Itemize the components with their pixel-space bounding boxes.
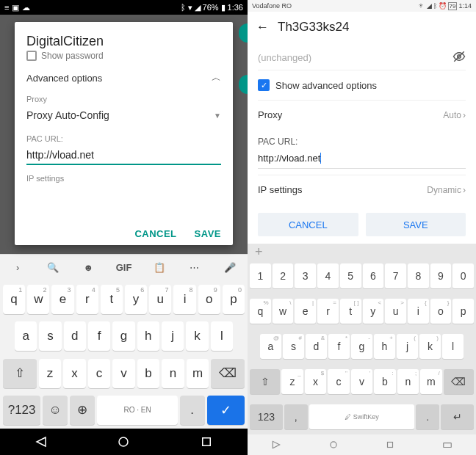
key-e[interactable]: e3 xyxy=(51,285,73,314)
key-.[interactable]: . xyxy=(180,396,205,425)
key-y[interactable]: y6 xyxy=(125,285,147,314)
key-w[interactable]: w\ xyxy=(273,299,294,324)
key-e[interactable]: e| xyxy=(295,299,316,324)
key-l[interactable]: l xyxy=(211,321,233,351)
key-g[interactable]: g- xyxy=(351,334,372,359)
eye-off-icon[interactable] xyxy=(452,50,466,65)
key-z[interactable]: z xyxy=(39,359,62,388)
key-3[interactable]: 3 xyxy=(295,263,316,288)
key-r[interactable]: r4 xyxy=(76,285,98,314)
proxy-select[interactable]: Proxy Auto-Config ▼ xyxy=(26,109,221,121)
key-s[interactable]: s xyxy=(39,321,61,351)
nav-keyboard-icon[interactable] xyxy=(442,440,452,450)
search-icon[interactable]: 🔍 xyxy=(35,262,71,273)
key-⊕[interactable]: ⊕ xyxy=(70,396,95,425)
key-v[interactable]: v xyxy=(112,359,135,388)
key-123[interactable]: 123 xyxy=(250,404,283,429)
gif-button[interactable]: GIF xyxy=(106,262,141,273)
key-h[interactable]: h+ xyxy=(374,334,395,359)
nav-home-icon[interactable] xyxy=(328,440,339,450)
key-o[interactable]: o} xyxy=(430,299,452,324)
clipboard-icon[interactable]: 📋 xyxy=(142,262,177,273)
key-v[interactable]: v' xyxy=(351,369,372,394)
key-m[interactable]: m/ xyxy=(420,369,441,394)
pac-url-input[interactable] xyxy=(26,146,221,165)
kb-expand-icon[interactable]: + xyxy=(248,244,476,260)
key-i[interactable]: i{ xyxy=(408,299,429,324)
show-password-row[interactable]: Show password xyxy=(26,51,221,61)
cancel-button[interactable]: CANCEL xyxy=(134,228,176,239)
key-⇧[interactable]: ⇧ xyxy=(250,369,280,394)
advanced-options-row[interactable]: Advanced options ︿ xyxy=(26,71,221,84)
key-b[interactable]: b: xyxy=(374,369,395,394)
key-f[interactable]: f* xyxy=(328,334,350,359)
key-m[interactable]: m xyxy=(187,359,209,388)
key-⌫[interactable]: ⌫ xyxy=(444,369,474,394)
key-n[interactable]: n xyxy=(162,359,184,388)
nav-recent-icon[interactable] xyxy=(200,435,213,448)
key-h[interactable]: h xyxy=(137,321,159,351)
key-n[interactable]: n; xyxy=(397,369,419,394)
key-↵[interactable]: ↵ xyxy=(441,404,474,429)
keyboard-gboard[interactable]: › 🔍 ☻ GIF 📋 ⋯ 🎤 q1w2e3r4t5y6u7i8o9p0asdf… xyxy=(0,254,248,429)
key-o[interactable]: o9 xyxy=(198,285,220,314)
key-w[interactable]: w2 xyxy=(27,285,49,314)
key-x[interactable]: x$ xyxy=(305,369,326,394)
nav-home-icon[interactable] xyxy=(117,435,130,448)
key-u[interactable]: u> xyxy=(385,299,406,324)
key-d[interactable]: d xyxy=(64,321,86,351)
key-?123[interactable]: ?123 xyxy=(3,396,40,425)
key-c[interactable]: c" xyxy=(328,369,349,394)
key-r[interactable]: r= xyxy=(317,299,339,324)
key-g[interactable]: g xyxy=(112,321,134,351)
key-.[interactable]: . xyxy=(416,404,439,429)
key-k[interactable]: k) xyxy=(419,334,441,359)
key-k[interactable]: k xyxy=(186,321,208,351)
key-6[interactable]: 6 xyxy=(363,263,384,288)
save-button[interactable]: SAVE xyxy=(366,213,466,236)
keyboard-swiftkey[interactable]: + 1234567890q%w\e|r=t[ ]y<u>i{o}pa@s#d&f… xyxy=(248,244,476,434)
key-x[interactable]: x xyxy=(63,359,86,388)
key-1[interactable]: 1 xyxy=(250,263,271,288)
key-t[interactable]: t5 xyxy=(101,285,123,314)
key-s[interactable]: s# xyxy=(283,334,304,359)
back-icon[interactable]: ← xyxy=(256,20,269,34)
nav-back-icon[interactable] xyxy=(35,435,48,448)
key-y[interactable]: y< xyxy=(363,299,384,324)
key-f[interactable]: f xyxy=(88,321,110,351)
key-a[interactable]: a@ xyxy=(260,334,281,359)
key-b[interactable]: b xyxy=(137,359,160,388)
key-j[interactable]: j xyxy=(162,321,184,351)
nav-recent-icon[interactable] xyxy=(385,440,395,450)
key-9[interactable]: 9 xyxy=(430,263,452,288)
key-⌫[interactable]: ⌫ xyxy=(211,359,245,388)
key-2[interactable]: 2 xyxy=(273,263,294,288)
key-☺[interactable]: ☺ xyxy=(43,396,68,425)
ip-settings-row[interactable]: IP settings Dynamic› xyxy=(258,175,466,204)
key-space[interactable]: 🖊 SwiftKey xyxy=(309,404,415,429)
chevron-right-icon[interactable]: › xyxy=(0,262,35,273)
nav-back-icon[interactable] xyxy=(271,440,281,450)
key-u[interactable]: u7 xyxy=(149,285,171,314)
key-p[interactable]: p xyxy=(452,299,474,324)
key-7[interactable]: 7 xyxy=(385,263,406,288)
pac-url-input[interactable]: http://vload.net xyxy=(258,153,321,164)
key-i[interactable]: i8 xyxy=(173,285,195,314)
key-q[interactable]: q% xyxy=(250,299,271,324)
show-advanced-row[interactable]: ✓ Show advanced options xyxy=(258,72,466,98)
proxy-row[interactable]: Proxy Auto› xyxy=(258,100,466,129)
key-⇧[interactable]: ⇧ xyxy=(3,359,37,388)
key-0[interactable]: 0 xyxy=(452,263,474,288)
key-c[interactable]: c xyxy=(88,359,111,388)
key-space[interactable]: RO · EN xyxy=(97,396,177,425)
checkbox-checked-icon[interactable]: ✓ xyxy=(258,79,270,91)
key-8[interactable]: 8 xyxy=(408,263,429,288)
mic-icon[interactable]: 🎤 xyxy=(212,262,248,273)
key-j[interactable]: j( xyxy=(397,334,418,359)
key-enter[interactable]: ✓ xyxy=(207,396,245,425)
key-,[interactable]: , xyxy=(284,404,308,429)
key-a[interactable]: a xyxy=(15,321,37,351)
key-p[interactable]: p0 xyxy=(223,285,245,314)
key-z[interactable]: z_ xyxy=(281,369,303,394)
key-t[interactable]: t[ ] xyxy=(340,299,361,324)
